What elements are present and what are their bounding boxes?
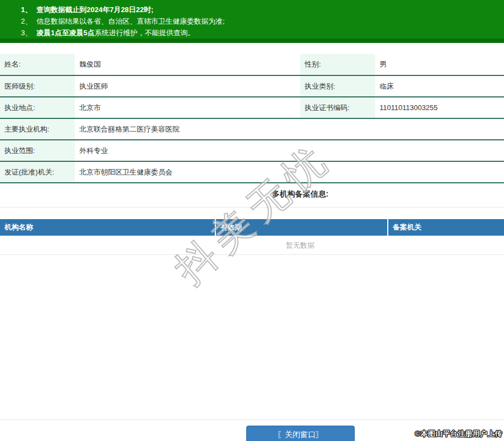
table-row-name-gender: 姓名: 魏俊国 性别: 男 [0,54,504,75]
practice-location-value: 北京市 [75,97,300,118]
name-label: 姓名: [0,54,75,75]
notice-line-1-text: 查询数据截止到2024年7月28日22时; [36,6,153,14]
practice-location-label: 执业地点: [0,97,75,118]
notice-line-2-text: 信息数据结果以各省、自治区、直辖市卫生健康委数据为准; [36,17,225,25]
filing-table-header: 机构名称 有效期 备案机关 [0,219,504,236]
name-value: 魏俊国 [75,54,300,75]
notice-line-1-number: 1、 [21,4,32,15]
practice-category-label: 执业类别: [300,75,375,97]
table-row-practice-scope: 执业范围: 外科专业 [0,140,504,161]
table-row-main-institution: 主要执业机构: 北京联合丽格第二医疗美容医院 [0,118,504,140]
column-header-filing-authority: 备案机关 [387,219,504,236]
notice-line-3: 3、凌晨1点至凌晨5点系统进行维护，不能提供查询。 [21,27,504,39]
notice-line-3-bold-text: 凌晨1点至凌晨5点 [36,29,94,37]
notice-line-1: 1、查询数据截止到2024年7月28日22时; [21,4,504,15]
notice-banner: 1、查询数据截止到2024年7月28日22时; 2、信息数据结果以各省、自治区、… [0,0,504,43]
column-header-validity-period: 有效期 [215,219,387,236]
notice-line-2-number: 2、 [21,15,32,27]
issuing-authority-label: 发证(批准)机关: [0,161,75,183]
certificate-number-value: 110110113003255 [375,97,504,118]
table-row-issuing-authority: 发证(批准)机关: 北京市朝阳区卫生健康委员会 [0,161,504,183]
column-header-institution-name: 机构名称 [0,219,215,236]
issuing-authority-value: 北京市朝阳区卫生健康委员会 [75,161,504,183]
table-row-level-category: 医师级别: 执业医师 执业类别: 临床 [0,75,504,97]
multi-institution-filing-title: 多机构备案信息: [0,183,504,208]
notice-line-3-rest-text: 系统进行维护，不能提供查询。 [95,29,195,37]
no-data-message: 暂无数据 [0,236,504,255]
footer-divider [0,420,504,420]
filing-table: 机构名称 有效期 备案机关 暂无数据 [0,219,504,255]
table-row-location-certificate: 执业地点: 北京市 执业证书编码: 110110113003255 [0,97,504,118]
doctor-info-table: 姓名: 魏俊国 性别: 男 医师级别: 执业医师 执业类别: 临床 执业地点: … [0,54,504,183]
practice-scope-label: 执业范围: [0,140,75,161]
copyright-watermark-text: ©本图由平台注册用户上传 [415,429,502,439]
doctor-level-value: 执业医师 [75,75,300,97]
notice-line-2: 2、信息数据结果以各省、自治区、直辖市卫生健康委数据为准; [21,15,504,27]
gender-label: 性别: [300,54,375,75]
close-window-button[interactable]: 〖关闭窗口〗 [246,426,355,441]
gender-value: 男 [375,54,504,75]
practice-scope-value: 外科专业 [75,140,504,161]
certificate-number-label: 执业证书编码: [300,97,375,118]
main-institution-label: 主要执业机构: [0,118,75,140]
doctor-level-label: 医师级别: [0,75,75,97]
notice-line-3-number: 3、 [21,27,32,39]
main-institution-value: 北京联合丽格第二医疗美容医院 [75,118,504,140]
query-result-page: 1、查询数据截止到2024年7月28日22时; 2、信息数据结果以各省、自治区、… [0,0,504,441]
practice-category-value: 临床 [375,75,504,97]
